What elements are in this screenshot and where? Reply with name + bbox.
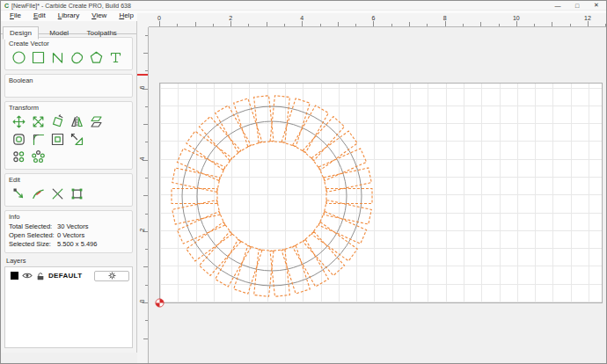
scale-tool[interactable]: [29, 113, 47, 130]
selected-rect-vector[interactable]: [311, 131, 357, 170]
eye-icon[interactable]: [22, 272, 33, 280]
canvas-column: 024681012 0246: [137, 13, 606, 363]
tab-design[interactable]: Design: [3, 26, 39, 40]
gear-icon: [108, 272, 116, 280]
selected-rect-vector[interactable]: [186, 222, 232, 261]
info-open-selected: Open Selected: 0 Vectors: [9, 231, 128, 240]
panel-tabs: Design Model Toolpaths: [1, 21, 136, 34]
circular-array-tool[interactable]: [29, 149, 47, 165]
edit-group: Edit: [4, 173, 133, 207]
linear-array-tool[interactable]: [10, 149, 27, 165]
rotate-tool[interactable]: [48, 113, 66, 130]
tab-toolpaths[interactable]: Toolpaths: [80, 26, 124, 40]
close-button[interactable]: ✕: [587, 1, 606, 10]
horizontal-ruler: 024681012: [149, 13, 606, 27]
node-edit-tool[interactable]: [10, 186, 27, 202]
layers-title: Layers: [6, 257, 136, 265]
shear-tool[interactable]: [87, 113, 105, 130]
menu-help[interactable]: Help: [113, 11, 139, 21]
selected-rect-vector[interactable]: [270, 96, 289, 142]
boolean-title: Boolean: [9, 76, 128, 84]
menu-edit[interactable]: Edit: [27, 11, 52, 21]
info-total-selected: Total Selected: 30 Vectors: [9, 222, 128, 231]
title-bar: C [NewFile]* - Carbide Create PRO, Build…: [1, 1, 606, 11]
info-group: Info Total Selected: 30 Vectors Open Sel…: [4, 210, 133, 253]
left-panel: Design Model Toolpaths Create Vector Boo…: [1, 21, 137, 353]
break-tool[interactable]: [48, 186, 66, 202]
circle-vector[interactable]: [197, 121, 347, 271]
layer-name[interactable]: DEFAULT: [48, 272, 82, 280]
selected-rect-vector[interactable]: [216, 239, 252, 287]
vector-design[interactable]: [160, 84, 603, 304]
window-title: [NewFile]* - Carbide Create PRO, Build 6…: [11, 3, 131, 9]
layer-row-default[interactable]: DEFAULT: [8, 269, 129, 282]
polygon-tool[interactable]: [87, 49, 105, 66]
boolean-group: Boolean: [4, 74, 133, 98]
curve-tool[interactable]: [68, 49, 85, 66]
layers-list[interactable]: DEFAULT: [4, 266, 133, 348]
menu-library[interactable]: Library: [52, 11, 85, 21]
stock-area[interactable]: [159, 83, 603, 303]
design-canvas[interactable]: [149, 27, 606, 363]
transform-title: Transform: [9, 104, 128, 112]
color-swatch[interactable]: [11, 272, 18, 280]
minimize-button[interactable]: —: [548, 1, 567, 10]
selected-rect-vector[interactable]: [311, 222, 357, 261]
menu-view[interactable]: View: [85, 11, 113, 21]
polyline-tool[interactable]: [48, 49, 66, 66]
offset-tool[interactable]: [10, 131, 27, 148]
circle-tool[interactable]: [10, 49, 27, 66]
resize-tool[interactable]: [68, 131, 85, 148]
trim-tool[interactable]: [29, 186, 47, 202]
unlock-icon[interactable]: [36, 272, 45, 280]
carbide-create-window: C [NewFile]* - Carbide Create PRO, Build…: [0, 0, 607, 364]
ruler-corner: [137, 13, 149, 27]
align-tool[interactable]: [48, 131, 66, 148]
fillet-tool[interactable]: [29, 131, 47, 148]
vertical-ruler: 0246: [137, 27, 149, 363]
app-icon: C: [4, 2, 9, 10]
text-tool[interactable]: [106, 49, 124, 66]
create-vector-title: Create Vector: [9, 40, 128, 47]
selected-rect-vector[interactable]: [216, 106, 252, 153]
selected-rect-vector[interactable]: [293, 106, 329, 153]
layer-settings-button[interactable]: [94, 271, 129, 281]
selected-rect-vector[interactable]: [186, 131, 232, 170]
node-box-tool[interactable]: [68, 186, 85, 202]
maximize-button[interactable]: □: [567, 1, 587, 10]
window-controls: — □ ✕: [548, 1, 606, 10]
rectangle-tool[interactable]: [29, 49, 47, 66]
selected-rect-vector[interactable]: [254, 250, 274, 296]
origin-marker-icon: [155, 298, 165, 308]
circle-vector[interactable]: [182, 106, 362, 286]
create-vector-group: Create Vector: [4, 37, 133, 70]
mirror-tool[interactable]: [68, 113, 85, 130]
info-title: Info: [9, 213, 128, 221]
transform-group: Transform: [4, 101, 133, 170]
selected-rect-vector[interactable]: [293, 239, 329, 287]
move-tool[interactable]: [10, 113, 27, 130]
edit-title: Edit: [9, 176, 128, 184]
tab-model[interactable]: Model: [42, 26, 76, 40]
ruler-stock-marker: [137, 74, 148, 76]
info-selected-size: Selected Size: 5.500 x 5.496: [9, 240, 128, 249]
menu-file[interactable]: File: [4, 11, 27, 21]
